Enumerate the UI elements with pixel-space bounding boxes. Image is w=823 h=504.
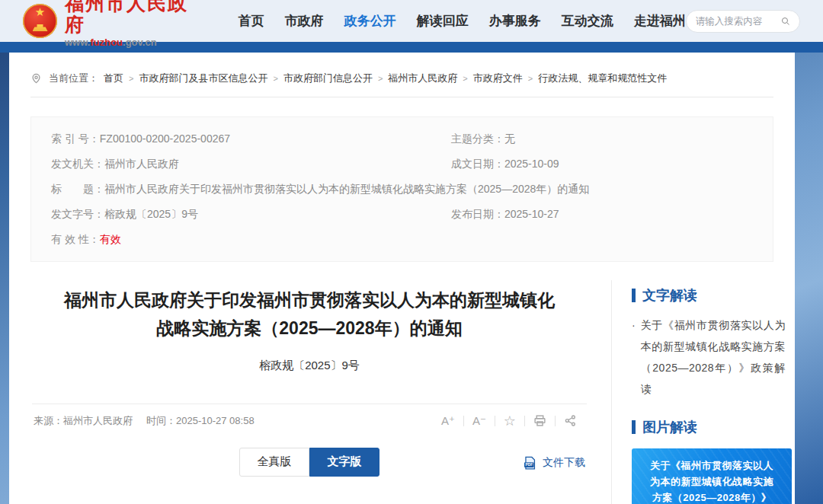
version-tabs: 全真版 文字版 — [239, 448, 379, 477]
breadcrumb-item-regulations[interactable]: 行政法规、规章和规范性文件 — [538, 72, 667, 85]
page-container: 当前位置： 首页 > 市政府部门及县市区信息公开 > 市政府部门信息公开 > 福… — [9, 53, 795, 504]
meta-row: 发文机关： 福州市人民政府 成文日期： 2025-10-09 — [51, 152, 753, 177]
meta-agency-label: 发文机关： — [51, 152, 104, 177]
pdf-file-icon: PDF — [523, 455, 537, 470]
meta-title-label: 标 题： — [51, 177, 104, 202]
version-tabs-row: 全真版 文字版 PDF 文件下载 — [32, 448, 587, 478]
meta-title-value: 福州市人民政府关于印发福州市贯彻落实以人为本的新型城镇化战略实施方案（2025—… — [104, 177, 589, 202]
national-emblem-icon: ★ — [23, 4, 57, 38]
time-label: 时间： — [146, 415, 176, 426]
breadcrumb-separator: > — [378, 74, 383, 83]
article-column: 福州市人民政府关于印发福州市贯彻落实以人为本的新型城镇化战略实施方案（2025—… — [9, 280, 611, 504]
heading-accent-bar — [632, 420, 636, 434]
search-input[interactable] — [696, 16, 777, 27]
breadcrumb-item-dept-county-info[interactable]: 市政府部门及县市区信息公开 — [139, 72, 267, 85]
meta-topic-value: 无 — [504, 126, 515, 152]
content-area: 福州市人民政府关于印发福州市贯彻落实以人为本的新型城镇化战略实施方案（2025—… — [9, 280, 795, 504]
nav-item-home[interactable]: 首页 — [239, 12, 264, 30]
svg-text:PDF: PDF — [526, 463, 533, 467]
meta-validity-value: 有效 — [100, 227, 121, 252]
meta-row: 发文字号： 榕政规〔2025〕9号 发布日期： 2025-10-27 — [51, 202, 753, 227]
meta-written-date-value: 2025-10-09 — [504, 152, 559, 177]
site-logo[interactable]: ★ 福州市人民政府 www.fuzhou.gov.cn — [23, 0, 207, 49]
document-metadata-box: 索 引 号： FZ00100-0200-2025-00267 主题分类： 无 发… — [30, 116, 773, 262]
font-increase-button[interactable]: A⁺ — [433, 415, 463, 426]
nav-item-services[interactable]: 办事服务 — [489, 12, 541, 30]
article-title: 福州市人民政府关于印发福州市贯彻落实以人为本的新型城镇化战略实施方案（2025—… — [58, 286, 561, 343]
meta-row: 标 题： 福州市人民政府关于印发福州市贯彻落实以人为本的新型城镇化战略实施方案（… — [51, 177, 753, 202]
meta-row: 索 引 号： FZ00100-0200-2025-00267 主题分类： 无 — [51, 126, 753, 152]
nav-item-interaction[interactable]: 互动交流 — [562, 12, 613, 30]
file-download-link[interactable]: PDF 文件下载 — [523, 455, 585, 470]
breadcrumb-item-city-gov[interactable]: 福州市人民政府 — [388, 72, 457, 85]
image-interpretation-heading: 图片解读 — [632, 418, 792, 436]
source-value: 福州市人民政府 — [63, 415, 133, 426]
source-label: 来源： — [34, 415, 63, 426]
meta-publish-date-label: 发布日期： — [451, 202, 504, 227]
card-line: 关于《福州市贯彻落实以人 — [650, 458, 773, 474]
meta-validity-label: 有 效 性： — [51, 227, 100, 252]
favorite-star-icon[interactable]: ☆ — [495, 414, 524, 428]
nav-item-gov-info-disclosure[interactable]: 政务公开 — [344, 12, 396, 30]
sidebar: 文字解读 · 关于《福州市贯彻落实以人为本的新型城镇化战略实施方案（2025—2… — [611, 280, 795, 504]
breadcrumb-item-home[interactable]: 首页 — [104, 72, 123, 85]
breadcrumb-separator: > — [273, 74, 277, 83]
source-row: 来源：福州市人民政府 时间：2025-10-27 08:58 A⁺ A⁻ ☆ — [32, 404, 587, 435]
nav-item-government[interactable]: 市政府 — [285, 12, 324, 30]
meta-row: 有 效 性： 有效 — [51, 227, 753, 252]
share-icon[interactable] — [556, 414, 585, 427]
font-decrease-button[interactable]: A⁻ — [464, 415, 495, 426]
breadcrumb: 当前位置： 首页 > 市政府部门及县市区信息公开 > 市政府部门信息公开 > 福… — [9, 53, 795, 97]
breadcrumb-separator: > — [463, 74, 467, 83]
meta-index-value: FZ00100-0200-2025-00267 — [100, 126, 230, 152]
card-line: 方案（2025—2028年）》 — [650, 490, 773, 504]
text-interpretation-heading: 文字解读 — [632, 286, 792, 305]
tab-full-version[interactable]: 全真版 — [239, 448, 309, 477]
print-icon[interactable] — [525, 414, 555, 427]
breadcrumb-label: 当前位置： — [49, 72, 98, 85]
tab-text-version[interactable]: 文字版 — [309, 448, 379, 477]
file-download-label: 文件下载 — [543, 456, 585, 470]
article-tools: A⁺ A⁻ ☆ — [433, 414, 585, 428]
breadcrumb-item-gov-documents[interactable]: 市政府文件 — [473, 72, 523, 85]
site-name: 福州市人民政府 — [65, 0, 207, 35]
text-interpretation-link[interactable]: · 关于《福州市贯彻落实以人为本的新型城镇化战略实施方案（2025—2028年）… — [632, 314, 792, 400]
meta-written-date-label: 成文日期： — [451, 152, 504, 177]
meta-doc-number-label: 发文字号： — [51, 202, 104, 227]
meta-publish-date-value: 2025-10-27 — [504, 202, 559, 227]
breadcrumb-divider — [30, 97, 773, 97]
location-pin-icon — [30, 72, 42, 85]
search-icon[interactable] — [781, 16, 790, 27]
nav-item-about-fuzhou[interactable]: 走进福州 — [634, 12, 686, 30]
meta-agency-value: 福州市人民政府 — [104, 152, 179, 177]
meta-topic-label: 主题分类： — [451, 126, 504, 152]
article-doc-number: 榕政规〔2025〕9号 — [32, 359, 587, 373]
breadcrumb-separator: > — [129, 74, 133, 83]
site-header: ★ 福州市人民政府 www.fuzhou.gov.cn 首页 市政府 政务公开 … — [0, 0, 823, 42]
meta-doc-number-value: 榕政规〔2025〕9号 — [104, 202, 198, 227]
heading-accent-bar — [632, 289, 636, 302]
time-value: 2025-10-27 08:58 — [176, 415, 255, 426]
card-line: 为本的新型城镇化战略实施 — [650, 474, 773, 490]
main-nav: 首页 市政府 政务公开 解读回应 办事服务 互动交流 走进福州 — [239, 12, 686, 30]
meta-index-label: 索 引 号： — [51, 126, 100, 152]
breadcrumb-item-dept-info[interactable]: 市政府部门信息公开 — [283, 72, 373, 85]
image-interpretation-card[interactable]: 关于《福州市贯彻落实以人 为本的新型城镇化战略实施 方案（2025—2028年）… — [632, 448, 792, 504]
nav-item-interpretation[interactable]: 解读回应 — [417, 12, 469, 30]
breadcrumb-separator: > — [528, 74, 533, 83]
search-box[interactable] — [686, 10, 800, 33]
site-url: www.fuzhou.gov.cn — [65, 37, 207, 48]
